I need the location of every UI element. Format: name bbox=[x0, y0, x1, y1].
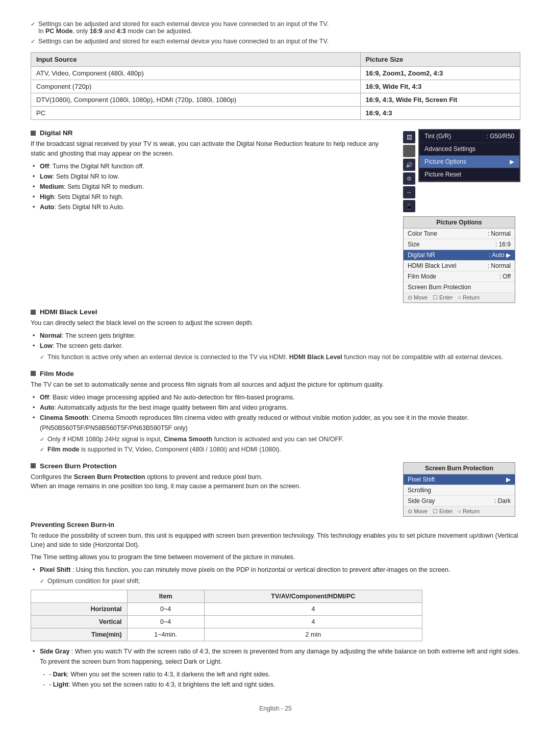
col-picture-size: Picture Size bbox=[360, 53, 520, 67]
sb-row-scrolling: Scrolling bbox=[404, 485, 515, 496]
footer-text: English - 25 bbox=[259, 705, 291, 712]
po-row-color-tone: Color Tone : Normal bbox=[404, 229, 515, 239]
menu-row-picture-reset: Picture Reset bbox=[419, 168, 519, 181]
row-horizontal-label: Horizontal bbox=[31, 602, 128, 615]
list-item: Low: Sets Digital NR to low. bbox=[40, 171, 393, 182]
row-vertical-range: 0~4 bbox=[127, 615, 204, 628]
table-row: Horizontal 0~4 4 bbox=[31, 602, 422, 615]
list-item: Off: Basic video image processing applie… bbox=[40, 392, 520, 402]
menu-row-picture-options: Picture Options ▶ bbox=[419, 156, 519, 168]
note-icon-optimum: ✓ bbox=[40, 578, 44, 585]
list-item: Side Gray : When you watch TV with the s… bbox=[40, 646, 520, 667]
picture-icon: 🖼 bbox=[403, 131, 415, 143]
list-item: Normal: The screen gets brighter. bbox=[40, 331, 520, 341]
row-horizontal-value: 4 bbox=[204, 602, 422, 615]
input-2: Component (720p) bbox=[31, 80, 361, 93]
film-note-2: ✓ Film mode is supported in TV, Video, C… bbox=[31, 446, 520, 453]
note-icon-1: ✓ bbox=[31, 21, 35, 28]
input-3: DTV(1080i), Component (1080i, 1080p), HD… bbox=[31, 93, 361, 107]
note-2-text: Settings can be adjusted and stored for … bbox=[38, 38, 329, 45]
table-row: PC 16:9, 4:3 bbox=[31, 107, 520, 120]
side-gray-sub-bullets: - Dark: When you set the screen ratio to… bbox=[31, 669, 520, 690]
col-input-source: Input Source bbox=[31, 53, 361, 67]
row-time-value: 2 min bbox=[204, 628, 422, 641]
po-row-screen-burn: Screen Burn Protection bbox=[404, 282, 515, 293]
col-empty bbox=[31, 590, 128, 602]
row-horizontal-range: 0~4 bbox=[127, 602, 204, 615]
sound-icon: 🔊 bbox=[403, 159, 415, 171]
po-row-size: Size : 16:9 bbox=[404, 239, 515, 250]
picture-4: 16:9, 4:3 bbox=[360, 107, 520, 120]
screen-burn-title: Screen Burn Protection bbox=[31, 462, 393, 470]
row-time-range: 1~4min. bbox=[127, 628, 204, 641]
preventing-section: Preventing Screen Burn-in To reduce the … bbox=[31, 521, 520, 690]
settings-icon: ⚙ bbox=[403, 172, 415, 185]
table-row: Vertical 0~4 4 bbox=[31, 615, 422, 628]
col-tv: TV/AV/Component/HDMI/PC bbox=[204, 590, 422, 602]
digital-nr-section: Digital NR If the broadcast signal recei… bbox=[31, 129, 520, 308]
page-footer: English - 25 bbox=[31, 705, 520, 712]
list-item: - Dark: When you set the screen ratio to… bbox=[49, 669, 520, 679]
picture-options-title: Picture Options bbox=[404, 217, 515, 229]
picture-options-footer: ⊙ Move ☐ Enter ○ Return bbox=[404, 293, 515, 303]
app-icon: 📱 bbox=[403, 200, 415, 212]
sb-row-side-gray: Side Gray : Dark bbox=[404, 496, 515, 507]
list-item: Auto: Sets Digital NR to Auto. bbox=[40, 202, 393, 212]
note-1-text: Settings can be adjusted and stored for … bbox=[38, 20, 329, 28]
table-row: ATV, Video, Component (480i, 480p) 16:9,… bbox=[31, 67, 520, 80]
po-row-hdmi: HDMI Black Level : Normal bbox=[404, 261, 515, 271]
input-picture-table: Input Source Picture Size ATV, Video, Co… bbox=[31, 52, 520, 120]
pixel-shift-table: Item TV/AV/Component/HDMI/PC Horizontal … bbox=[31, 590, 422, 641]
list-item: Off: Turns the Digital NR function off. bbox=[40, 161, 393, 171]
note-icon-2: ✓ bbox=[31, 38, 35, 45]
input-4: PC bbox=[31, 107, 361, 120]
section-square-icon bbox=[31, 131, 36, 136]
list-item: Auto: Automatically adjusts for the best… bbox=[40, 402, 520, 413]
row-time-label: Time(min) bbox=[31, 628, 128, 641]
picture-options-box: Picture Options Color Tone : Normal Size… bbox=[403, 216, 515, 303]
list-item: Cinema Smooth: Cinema Smooth reproduces … bbox=[40, 413, 520, 433]
input-icon: ↔ bbox=[403, 186, 415, 198]
screen-burn-desc: Configures the Screen Burn Protection op… bbox=[31, 472, 393, 492]
input-1: ATV, Video, Component (480i, 480p) bbox=[31, 67, 361, 80]
list-item: Medium: Sets Digital NR to medium. bbox=[40, 182, 393, 192]
active-icon bbox=[403, 145, 415, 157]
film-mode-section: Film Mode The TV can be set to automatic… bbox=[31, 370, 520, 453]
table-row: Component (720p) 16:9, Wide Fit, 4:3 bbox=[31, 80, 520, 93]
col-item: Item bbox=[127, 590, 204, 602]
list-item: Low: The screen gets darker. bbox=[40, 341, 520, 351]
table-row: Time(min) 1~4min. 2 min bbox=[31, 628, 422, 641]
po-row-film-mode: Film Mode : Off bbox=[404, 271, 515, 282]
hdmi-title: HDMI Black Level bbox=[31, 308, 520, 316]
hdmi-note: ✓ This function is active only when an e… bbox=[31, 354, 520, 361]
note-2-block: ✓ Settings can be adjusted and stored fo… bbox=[31, 38, 520, 45]
pixel-shift-bullets: Pixel Shift : Using this function, you c… bbox=[31, 565, 520, 575]
screen-burn-menu-box: Screen Burn Protection Pixel Shift ▶ Scr… bbox=[403, 462, 515, 517]
film-mode-title: Film Mode bbox=[31, 370, 520, 377]
po-row-digital-nr: Digital NR : Auto ▶ bbox=[404, 250, 515, 261]
screen-burn-footer: ⊙ Move ☐ Enter ○ Return bbox=[404, 507, 515, 516]
preventing-desc-1: To reduce the possibility of screen burn… bbox=[31, 531, 520, 550]
row-vertical-label: Vertical bbox=[31, 615, 128, 628]
list-item: Pixel Shift : Using this function, you c… bbox=[40, 565, 520, 575]
note-icon-hdmi: ✓ bbox=[40, 354, 44, 361]
note-1b-text: In PC Mode, only 16:9 and 4:3 mode can b… bbox=[38, 28, 192, 35]
section-square-icon-3 bbox=[31, 371, 36, 376]
screen-burn-section: Screen Burn Protection Configures the Sc… bbox=[31, 462, 520, 517]
picture-3: 16:9, 4:3, Wide Fit, Screen Fit bbox=[360, 93, 520, 107]
note-icon-film-1: ✓ bbox=[40, 436, 44, 443]
digital-nr-bullets: Off: Turns the Digital NR function off. … bbox=[31, 161, 393, 212]
screen-burn-menu-title: Screen Burn Protection bbox=[404, 463, 515, 474]
menu-row-advanced: Advanced Settings bbox=[419, 143, 519, 156]
side-gray-bullets: Side Gray : When you watch TV with the s… bbox=[31, 646, 520, 667]
section-square-icon-2 bbox=[31, 310, 36, 315]
tv-main-menu: Tint (G/R) : G50/R50 Advanced Settings P… bbox=[418, 129, 520, 182]
optimum-note: ✓ Optimum condition for pixel shift; bbox=[31, 577, 520, 585]
film-mode-desc: The TV can be set to automatically sense… bbox=[31, 380, 520, 390]
film-note-1: ✓ Only if HDMI 1080p 24Hz signal is inpu… bbox=[31, 436, 520, 443]
hdmi-bullets: Normal: The screen gets brighter. Low: T… bbox=[31, 331, 520, 351]
digital-nr-desc: If the broadcast signal received by your… bbox=[31, 139, 393, 159]
row-vertical-value: 4 bbox=[204, 615, 422, 628]
section-square-icon-4 bbox=[31, 463, 36, 468]
digital-nr-title: Digital NR bbox=[31, 129, 393, 137]
